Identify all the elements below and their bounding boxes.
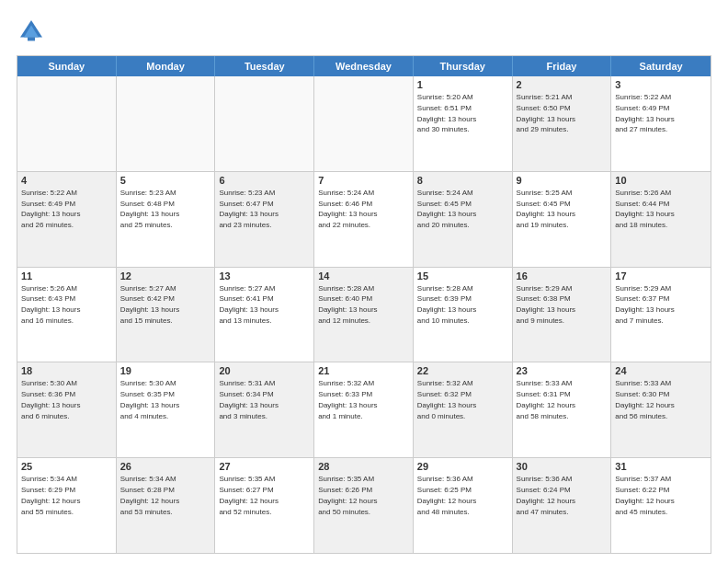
day-info: Sunrise: 5:26 AM Sunset: 6:43 PM Dayligh… — [21, 284, 80, 325]
day-info: Sunrise: 5:34 AM Sunset: 6:29 PM Dayligh… — [21, 475, 80, 515]
day-info: Sunrise: 5:22 AM Sunset: 6:49 PM Dayligh… — [615, 93, 674, 133]
day-number: 27 — [219, 461, 310, 472]
day-number: 18 — [21, 365, 112, 376]
day-info: Sunrise: 5:21 AM Sunset: 6:50 PM Dayligh… — [517, 93, 575, 133]
table-row — [117, 76, 216, 171]
calendar-row-3: 11Sunrise: 5:26 AM Sunset: 6:43 PM Dayli… — [17, 268, 711, 363]
day-number: 30 — [517, 461, 608, 472]
table-row: 26Sunrise: 5:34 AM Sunset: 6:28 PM Dayli… — [117, 458, 216, 553]
day-info: Sunrise: 5:34 AM Sunset: 6:28 PM Dayligh… — [120, 475, 179, 515]
table-row: 23Sunrise: 5:33 AM Sunset: 6:31 PM Dayli… — [513, 362, 612, 457]
calendar-row-2: 4Sunrise: 5:22 AM Sunset: 6:49 PM Daylig… — [17, 172, 711, 268]
table-row: 24Sunrise: 5:33 AM Sunset: 6:30 PM Dayli… — [611, 362, 711, 457]
day-number: 25 — [21, 461, 112, 472]
table-row: 17Sunrise: 5:29 AM Sunset: 6:37 PM Dayli… — [611, 268, 711, 362]
day-info: Sunrise: 5:20 AM Sunset: 6:51 PM Dayligh… — [417, 93, 476, 133]
table-row: 14Sunrise: 5:28 AM Sunset: 6:40 PM Dayli… — [314, 268, 414, 362]
table-row: 29Sunrise: 5:36 AM Sunset: 6:25 PM Dayli… — [414, 458, 513, 553]
day-number: 21 — [318, 365, 409, 376]
table-row: 30Sunrise: 5:36 AM Sunset: 6:24 PM Dayli… — [513, 458, 612, 553]
header-day-monday: Monday — [117, 56, 216, 76]
table-row: 15Sunrise: 5:28 AM Sunset: 6:39 PM Dayli… — [414, 268, 513, 362]
day-info: Sunrise: 5:30 AM Sunset: 6:35 PM Dayligh… — [120, 379, 179, 419]
table-row: 13Sunrise: 5:27 AM Sunset: 6:41 PM Dayli… — [215, 268, 314, 362]
table-row: 10Sunrise: 5:26 AM Sunset: 6:44 PM Dayli… — [611, 172, 711, 267]
day-number: 10 — [615, 175, 707, 186]
svg-rect-2 — [28, 37, 35, 40]
day-number: 8 — [417, 175, 508, 186]
day-info: Sunrise: 5:25 AM Sunset: 6:45 PM Dayligh… — [517, 189, 575, 229]
table-row: 20Sunrise: 5:31 AM Sunset: 6:34 PM Dayli… — [215, 362, 314, 457]
calendar-row-5: 25Sunrise: 5:34 AM Sunset: 6:29 PM Dayli… — [17, 458, 711, 553]
header-day-thursday: Thursday — [414, 56, 513, 76]
day-number: 19 — [120, 365, 211, 376]
day-number: 20 — [219, 365, 310, 376]
day-number: 17 — [615, 270, 707, 282]
day-info: Sunrise: 5:26 AM Sunset: 6:44 PM Dayligh… — [615, 189, 674, 229]
day-info: Sunrise: 5:36 AM Sunset: 6:24 PM Dayligh… — [517, 475, 575, 515]
table-row: 18Sunrise: 5:30 AM Sunset: 6:36 PM Dayli… — [17, 362, 117, 457]
table-row: 8Sunrise: 5:24 AM Sunset: 6:45 PM Daylig… — [414, 172, 513, 267]
day-number: 2 — [517, 79, 608, 90]
table-row: 6Sunrise: 5:23 AM Sunset: 6:47 PM Daylig… — [215, 172, 314, 267]
day-number: 23 — [517, 365, 608, 376]
day-number: 6 — [219, 175, 310, 186]
day-info: Sunrise: 5:37 AM Sunset: 6:22 PM Dayligh… — [615, 475, 674, 515]
day-number: 28 — [318, 461, 409, 472]
table-row: 1Sunrise: 5:20 AM Sunset: 6:51 PM Daylig… — [414, 76, 513, 171]
day-info: Sunrise: 5:33 AM Sunset: 6:31 PM Dayligh… — [517, 379, 575, 419]
day-number: 16 — [517, 270, 608, 282]
day-number: 31 — [615, 461, 707, 472]
day-info: Sunrise: 5:24 AM Sunset: 6:46 PM Dayligh… — [318, 189, 377, 229]
table-row: 5Sunrise: 5:23 AM Sunset: 6:48 PM Daylig… — [117, 172, 216, 267]
day-number: 15 — [417, 270, 508, 282]
calendar-row-4: 18Sunrise: 5:30 AM Sunset: 6:36 PM Dayli… — [17, 362, 711, 458]
table-row: 28Sunrise: 5:35 AM Sunset: 6:26 PM Dayli… — [314, 458, 414, 553]
day-info: Sunrise: 5:32 AM Sunset: 6:32 PM Dayligh… — [417, 379, 476, 419]
day-number: 3 — [615, 79, 707, 90]
header-day-tuesday: Tuesday — [215, 56, 314, 76]
header — [17, 17, 711, 46]
table-row: 11Sunrise: 5:26 AM Sunset: 6:43 PM Dayli… — [17, 268, 117, 362]
day-info: Sunrise: 5:24 AM Sunset: 6:45 PM Dayligh… — [417, 189, 476, 229]
calendar-body: 1Sunrise: 5:20 AM Sunset: 6:51 PM Daylig… — [17, 76, 711, 553]
table-row: 31Sunrise: 5:37 AM Sunset: 6:22 PM Dayli… — [611, 458, 711, 553]
day-number: 4 — [21, 175, 112, 186]
table-row: 7Sunrise: 5:24 AM Sunset: 6:46 PM Daylig… — [314, 172, 414, 267]
table-row: 19Sunrise: 5:30 AM Sunset: 6:35 PM Dayli… — [117, 362, 216, 457]
day-info: Sunrise: 5:23 AM Sunset: 6:47 PM Dayligh… — [219, 189, 278, 229]
day-number: 11 — [21, 270, 112, 282]
table-row: 21Sunrise: 5:32 AM Sunset: 6:33 PM Dayli… — [314, 362, 414, 457]
table-row: 2Sunrise: 5:21 AM Sunset: 6:50 PM Daylig… — [513, 76, 612, 171]
day-info: Sunrise: 5:35 AM Sunset: 6:26 PM Dayligh… — [318, 475, 377, 515]
day-info: Sunrise: 5:28 AM Sunset: 6:39 PM Dayligh… — [417, 284, 476, 325]
day-number: 22 — [417, 365, 508, 376]
header-day-wednesday: Wednesday — [314, 56, 414, 76]
table-row: 3Sunrise: 5:22 AM Sunset: 6:49 PM Daylig… — [611, 76, 711, 171]
day-number: 9 — [517, 175, 608, 186]
day-info: Sunrise: 5:33 AM Sunset: 6:30 PM Dayligh… — [615, 379, 674, 419]
day-number: 13 — [219, 270, 310, 282]
day-info: Sunrise: 5:29 AM Sunset: 6:37 PM Dayligh… — [615, 284, 674, 325]
day-number: 12 — [120, 270, 211, 282]
header-day-friday: Friday — [513, 56, 612, 76]
day-info: Sunrise: 5:27 AM Sunset: 6:41 PM Dayligh… — [219, 284, 278, 325]
calendar-header: SundayMondayTuesdayWednesdayThursdayFrid… — [17, 56, 711, 76]
day-info: Sunrise: 5:23 AM Sunset: 6:48 PM Dayligh… — [120, 189, 179, 229]
table-row — [17, 76, 117, 171]
day-info: Sunrise: 5:29 AM Sunset: 6:38 PM Dayligh… — [517, 284, 575, 325]
table-row: 27Sunrise: 5:35 AM Sunset: 6:27 PM Dayli… — [215, 458, 314, 553]
day-info: Sunrise: 5:28 AM Sunset: 6:40 PM Dayligh… — [318, 284, 377, 325]
day-number: 24 — [615, 365, 707, 376]
day-info: Sunrise: 5:35 AM Sunset: 6:27 PM Dayligh… — [219, 475, 278, 515]
table-row: 12Sunrise: 5:27 AM Sunset: 6:42 PM Dayli… — [117, 268, 216, 362]
table-row: 9Sunrise: 5:25 AM Sunset: 6:45 PM Daylig… — [513, 172, 612, 267]
day-number: 7 — [318, 175, 409, 186]
calendar: SundayMondayTuesdayWednesdayThursdayFrid… — [17, 55, 711, 554]
table-row: 25Sunrise: 5:34 AM Sunset: 6:29 PM Dayli… — [17, 458, 117, 553]
day-number: 5 — [120, 175, 211, 186]
day-info: Sunrise: 5:30 AM Sunset: 6:36 PM Dayligh… — [21, 379, 80, 419]
day-number: 29 — [417, 461, 508, 472]
day-info: Sunrise: 5:27 AM Sunset: 6:42 PM Dayligh… — [120, 284, 179, 325]
day-info: Sunrise: 5:36 AM Sunset: 6:25 PM Dayligh… — [417, 475, 476, 515]
